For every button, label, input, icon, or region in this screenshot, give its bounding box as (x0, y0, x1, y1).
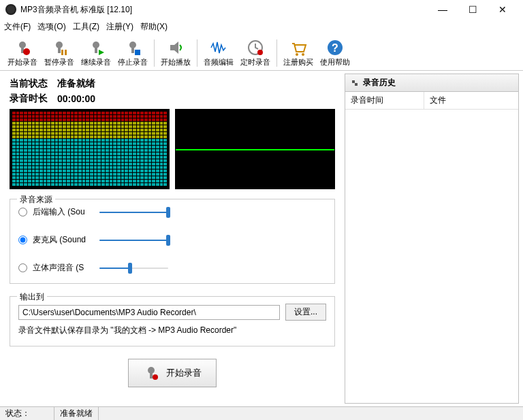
svg-point-3 (56, 42, 63, 48)
svg-point-13 (257, 50, 263, 55)
help-icon: ? (326, 38, 345, 57)
output-group: 输出到 设置... 录音文件默认保存目录为 "我的文档 -> MP3 Audio… (10, 296, 335, 346)
mic-pause-icon (50, 38, 69, 57)
main-panel: 当前状态 准备就绪 录音时长 00:00:00 录音来源 后端输入 (Sou (0, 71, 345, 406)
main-start-record-button[interactable]: 开始录音 (128, 359, 217, 387)
col-file[interactable]: 文件 (424, 92, 451, 109)
status-label: 当前状态 (10, 78, 48, 90)
mic-red-icon (13, 38, 32, 57)
window-title: MP3音频录音机 标准版 [12.10] (20, 4, 428, 16)
svg-rect-8 (95, 48, 97, 53)
audio-edit-button[interactable]: 音频编辑 (200, 38, 237, 67)
svg-rect-19 (150, 373, 153, 378)
status-value: 准备就绪 (57, 78, 95, 90)
titlebar: MP3音频录音机 标准版 [12.10] — ☐ ✕ (0, 0, 523, 19)
settings-button[interactable]: 设置... (285, 304, 326, 321)
help-button[interactable]: ? 使用帮助 (317, 38, 353, 67)
stereo-mix-radio[interactable] (18, 263, 27, 272)
register-buy-button[interactable]: 注册购买 (280, 38, 317, 67)
mic-icon (143, 365, 159, 381)
line-in-radio[interactable] (18, 208, 27, 216)
app-icon (5, 4, 16, 15)
col-time[interactable]: 录音时间 (345, 92, 424, 109)
microphone-radio[interactable] (18, 236, 27, 244)
waveform-visualizer (175, 109, 335, 189)
svg-rect-5 (61, 50, 63, 55)
svg-point-18 (148, 367, 155, 374)
time-label: 录音时长 (10, 93, 48, 105)
line-in-label: 后端输入 (Sou (33, 206, 94, 218)
source-group-title: 录音来源 (17, 194, 55, 206)
svg-point-7 (93, 42, 99, 48)
time-value: 00:00:00 (57, 93, 95, 104)
menu-help[interactable]: 帮助(X) (140, 21, 168, 33)
menu-tools[interactable]: 工具(Z) (73, 21, 99, 33)
source-group: 录音来源 后端输入 (Sou 麦克风 (Sound 立体声混音 (S (10, 199, 335, 284)
expand-icon[interactable] (351, 79, 359, 87)
history-columns: 录音时间 文件 (345, 92, 518, 110)
history-list[interactable] (345, 110, 518, 403)
output-group-title: 输出到 (17, 291, 47, 303)
toolbar: 开始录音 暂停录音 继续录音 停止录音 开始播放 音频编辑 定时录音 注册购买 … (0, 34, 523, 71)
toolbar-separator (276, 39, 277, 67)
svg-rect-11 (135, 50, 140, 55)
cart-icon (289, 38, 308, 57)
mic-stop-icon (123, 38, 142, 57)
stereo-mix-label: 立体声混音 (S (33, 262, 94, 274)
output-note: 录音文件默认保存目录为 "我的文档 -> MP3 Audio Recorder" (18, 325, 326, 336)
speaker-icon (166, 38, 185, 57)
menu-options[interactable]: 选项(O) (37, 21, 65, 33)
statusbar-value: 准备就绪 (54, 407, 99, 420)
svg-point-20 (153, 374, 158, 380)
statusbar: 状态： 准备就绪 (0, 406, 523, 420)
menubar: 文件(F) 选项(O) 工具(Z) 注册(Y) 帮助(X) (0, 19, 523, 34)
history-panel: 录音历史 录音时间 文件 (345, 74, 519, 404)
toolbar-separator (154, 39, 155, 67)
mic-play-icon (86, 38, 106, 57)
waveform-icon (209, 38, 228, 57)
spectrum-visualizer (10, 109, 170, 189)
toolbar-separator (197, 39, 197, 67)
resume-record-button[interactable]: 继续录音 (78, 38, 114, 67)
clock-icon (246, 38, 265, 57)
pause-record-button[interactable]: 暂停录音 (41, 38, 78, 67)
history-title: 录音历史 (363, 77, 396, 88)
svg-point-14 (296, 53, 298, 56)
timed-record-button[interactable]: 定时录音 (237, 38, 274, 67)
microphone-slider[interactable] (99, 236, 168, 244)
start-record-button[interactable]: 开始录音 (4, 38, 41, 67)
stop-record-button[interactable]: 停止录音 (114, 38, 151, 67)
svg-rect-6 (65, 50, 67, 55)
svg-point-15 (302, 53, 304, 56)
stereo-mix-slider[interactable] (99, 264, 168, 272)
svg-point-2 (23, 48, 30, 55)
output-path-input[interactable] (18, 305, 280, 320)
menu-file[interactable]: 文件(F) (4, 21, 31, 33)
svg-rect-10 (131, 48, 134, 53)
svg-point-0 (19, 42, 26, 48)
svg-point-9 (129, 42, 136, 48)
svg-text:?: ? (332, 42, 338, 54)
statusbar-label: 状态： (0, 407, 54, 420)
play-button[interactable]: 开始播放 (157, 38, 194, 67)
minimize-button[interactable]: — (428, 0, 458, 19)
svg-rect-4 (58, 48, 61, 53)
maximize-button[interactable]: ☐ (458, 0, 488, 19)
close-button[interactable]: ✕ (488, 0, 518, 19)
line-in-slider[interactable] (99, 208, 168, 216)
microphone-label: 麦克风 (Sound (33, 234, 94, 246)
menu-register[interactable]: 注册(Y) (106, 21, 133, 33)
